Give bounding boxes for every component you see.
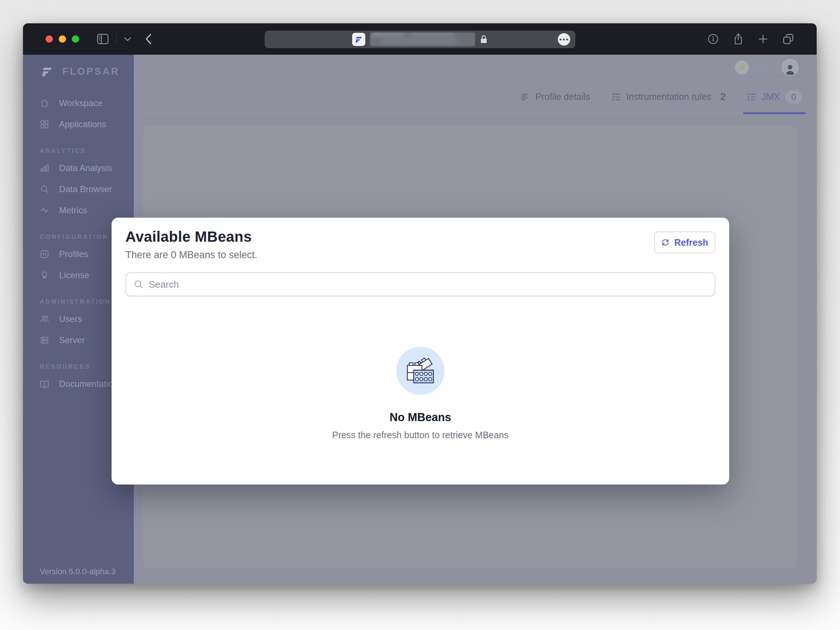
lego-bricks-icon [396, 347, 444, 395]
checklist-icon [747, 92, 756, 102]
sidebar-section-analytics: ANALYTICS [40, 147, 134, 155]
app-logo: FLOPSAR [23, 55, 134, 88]
book-icon [40, 379, 49, 388]
tab-badge: 0 [785, 90, 802, 104]
tab-label: Profile details [535, 92, 590, 102]
refresh-button[interactable]: Refresh [654, 232, 715, 253]
address-bar[interactable] [265, 31, 575, 48]
sidebar-item-workspace[interactable]: Workspace [23, 93, 134, 114]
home-icon [40, 98, 49, 108]
sidebar-item-label: Server [59, 335, 85, 345]
empty-state-description: Press the refresh button to retrieve MBe… [332, 430, 508, 441]
mbeans-search [125, 272, 715, 297]
tab-instrumentation-rules[interactable]: Instrumentation rules 2 [611, 80, 726, 114]
sidebar-item-label: Documentation [59, 379, 118, 389]
sun-icon [735, 60, 749, 74]
tab-jmx[interactable]: JMX 0 [747, 80, 802, 114]
tab-overview-icon[interactable] [782, 33, 794, 45]
sidebar-item-label: Users [59, 314, 82, 324]
sidebar-item-label: License [59, 270, 89, 280]
sidebar-item-data-analysis[interactable]: Data Analysis [23, 158, 134, 178]
chevron-down-icon[interactable] [124, 37, 131, 41]
tab-profile-details[interactable]: Profile details [521, 80, 590, 114]
app-version: Version 5.0.0-alpha.3 [40, 567, 115, 576]
sidebar-item-label: Workspace [59, 98, 103, 108]
modal-subtitle: There are 0 MBeans to select. [125, 249, 257, 261]
sidebar-item-label: Metrics [59, 205, 87, 215]
lock-icon [480, 35, 488, 44]
theme-toggle[interactable] [734, 59, 772, 76]
toolbar-divider [116, 33, 117, 44]
modal-header: Available MBeans There are 0 MBeans to s… [125, 229, 715, 261]
toolbar-right-group [707, 23, 794, 55]
award-icon [40, 270, 49, 280]
new-tab-icon[interactable] [758, 33, 769, 44]
refresh-button-label: Refresh [674, 237, 708, 248]
page-settings-icon[interactable] [558, 33, 570, 46]
bar-chart-icon [40, 163, 49, 173]
search-input[interactable] [149, 279, 707, 290]
code-icon [40, 249, 49, 259]
app-logo-text: FLOPSAR [62, 66, 120, 77]
available-mbeans-modal: Available MBeans There are 0 MBeans to s… [112, 218, 729, 485]
checklist-icon [611, 92, 621, 102]
zoom-window-button[interactable] [72, 35, 79, 43]
modal-title: Available MBeans [125, 229, 257, 245]
sidebar-item-data-browser[interactable]: Data Browser [23, 178, 134, 200]
page-topbar [134, 55, 817, 80]
browser-titlebar [23, 23, 817, 55]
traffic-lights [46, 35, 79, 43]
browser-window: FLOPSAR Workspace [23, 23, 817, 584]
user-avatar[interactable] [782, 59, 799, 76]
profile-tabs: Profile details Instrumentation rules 2 [144, 80, 802, 114]
close-window-button[interactable] [46, 35, 53, 43]
minimize-window-button[interactable] [59, 35, 66, 43]
share-icon[interactable] [733, 33, 744, 45]
refresh-icon [661, 238, 670, 247]
page-body: FLOPSAR Workspace [23, 55, 817, 584]
sidebar-item-label: Applications [59, 119, 106, 129]
tab-label: JMX [762, 92, 780, 102]
flopsar-logo-icon [39, 65, 55, 78]
sidebar-item-label: Profiles [59, 249, 88, 259]
lines-icon [521, 92, 530, 102]
sidebar-item-label: Data Browser [59, 184, 112, 194]
sidebar-toggle-icon[interactable] [96, 33, 109, 44]
blurred-url [370, 32, 475, 46]
toolbar-left-group [96, 33, 131, 44]
users-icon [40, 314, 49, 324]
page-info-icon[interactable] [707, 33, 719, 45]
search-icon [40, 185, 49, 194]
site-favicon [352, 33, 365, 46]
sidebar-item-applications[interactable]: Applications [23, 114, 134, 135]
empty-state: No MBeans Press the refresh button to re… [125, 347, 715, 441]
tab-badge: 2 [720, 92, 726, 102]
empty-state-title: No MBeans [390, 411, 452, 424]
server-icon [40, 335, 49, 345]
active-tab-underline [743, 112, 806, 114]
back-button[interactable] [145, 33, 152, 44]
sidebar-item-label: Data Analysis [59, 163, 112, 173]
tab-label: Instrumentation rules [626, 92, 711, 102]
pulse-icon [40, 205, 49, 215]
search-icon [133, 279, 144, 289]
grid-icon [40, 120, 49, 129]
